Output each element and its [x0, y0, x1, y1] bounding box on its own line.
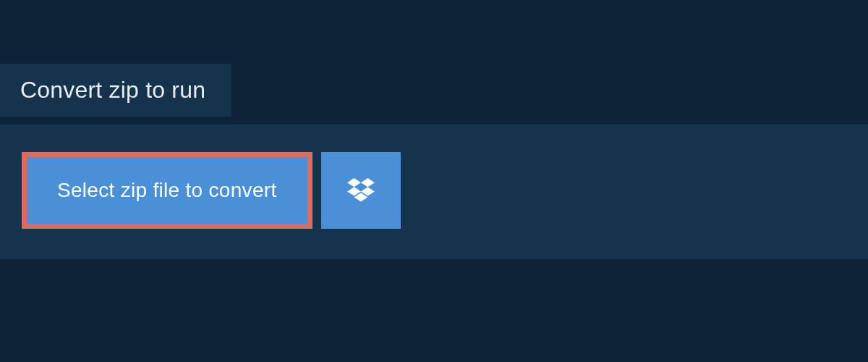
select-file-button[interactable]: Select zip file to convert	[27, 157, 307, 224]
upload-panel: Select zip file to convert	[0, 125, 868, 259]
dropbox-icon	[347, 178, 375, 203]
page-title: Convert zip to run	[20, 77, 205, 104]
button-row: Select zip file to convert	[22, 152, 846, 229]
select-file-highlight: Select zip file to convert	[22, 152, 312, 229]
tab-header: Convert zip to run	[0, 64, 231, 117]
dropbox-button[interactable]	[321, 152, 401, 229]
